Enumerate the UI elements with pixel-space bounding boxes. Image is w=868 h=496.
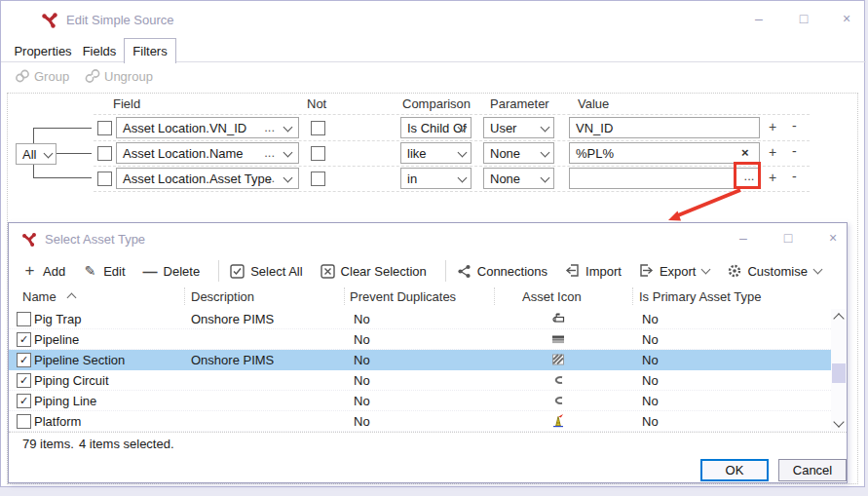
table-row-piping-line[interactable]: ✓ Piping Line No No (9, 391, 831, 411)
row-checkbox[interactable]: ✓ (17, 332, 31, 347)
remove-row-button[interactable]: - (792, 143, 797, 159)
column-header-prevent-duplicates[interactable]: Prevent Duplicates (350, 289, 456, 304)
row-checkbox[interactable]: ✓ (17, 394, 31, 408)
column-header-is-primary-asset-type[interactable]: Is Primary Asset Type (639, 289, 761, 304)
tab-filters[interactable]: Filters (124, 38, 176, 63)
ellipsis-affordance[interactable]: ... (264, 120, 275, 134)
filter-row-checkbox[interactable] (97, 146, 112, 161)
table-row-pig-trap[interactable]: Pig Trap Onshore PIMS No No (9, 309, 831, 329)
group-button[interactable]: Group (15, 68, 69, 86)
scroll-down-icon[interactable] (833, 416, 844, 427)
field-value: Asset Location.Name (123, 146, 244, 161)
cell-is-primary: No (642, 414, 659, 429)
name-header-label: Name (22, 289, 57, 304)
column-header-description[interactable]: Description (191, 289, 254, 304)
unlink-icon (85, 68, 100, 84)
add-row-button[interactable]: + (769, 119, 776, 134)
parameter-value: User (490, 121, 516, 135)
cell-is-primary: No (642, 394, 659, 408)
not-checkbox[interactable] (311, 121, 325, 135)
parameter-value: None (490, 172, 520, 186)
group-tree-line (56, 153, 92, 154)
minimize-icon[interactable]: – (747, 10, 771, 27)
delete-label: Delete (164, 264, 201, 279)
value-picker-ellipsis-button[interactable]: ... (739, 169, 759, 183)
add-row-button[interactable]: + (769, 144, 776, 160)
ellipsis-affordance[interactable]: ... (264, 145, 275, 160)
add-row-button[interactable]: + (769, 170, 776, 185)
clear-selection-button[interactable]: Clear Selection (320, 263, 427, 280)
import-button[interactable]: Import (564, 263, 622, 280)
app-logo-icon (20, 231, 38, 251)
row-checkbox[interactable] (17, 414, 31, 429)
field-value: Asset Location.Asset Type (123, 172, 272, 186)
filter-row-checkbox[interactable] (97, 121, 112, 135)
parameter-dropdown[interactable]: None (483, 142, 554, 164)
ungroup-label: Ungroup (104, 69, 153, 84)
table-row-platform[interactable]: Platform No No (9, 411, 831, 432)
maximize-icon[interactable]: □ (792, 10, 815, 27)
not-checkbox[interactable] (311, 172, 325, 186)
vertical-scrollbar[interactable] (831, 309, 847, 432)
export-button[interactable]: Export (638, 263, 710, 280)
close-icon[interactable]: × (823, 229, 843, 247)
table-row-pipeline-section[interactable]: ✓ Pipeline Section Onshore PIMS No No (9, 350, 831, 370)
remove-row-button[interactable]: - (792, 118, 797, 134)
value-input[interactable] (569, 117, 760, 138)
cell-is-primary: No (642, 332, 659, 347)
piping-line-icon (550, 393, 566, 408)
comparison-dropdown[interactable]: Is Child Of (400, 117, 472, 138)
scrollbar-thumb[interactable] (832, 363, 846, 383)
group-operator-dropdown[interactable]: All (16, 143, 57, 165)
remove-row-button[interactable]: - (792, 169, 797, 184)
cell-name: Piping Circuit (34, 373, 109, 388)
delete-button[interactable]: — Delete (142, 263, 201, 280)
cell-is-primary: No (642, 373, 659, 388)
table-row-piping-circuit[interactable]: ✓ Piping Circuit No No (9, 370, 831, 391)
ellipsis-affordance[interactable]: ... (264, 171, 275, 185)
ok-button[interactable]: OK (700, 459, 769, 481)
column-header-value: Value (578, 96, 609, 111)
export-icon (638, 263, 655, 280)
clear-value-icon[interactable]: × (741, 145, 749, 160)
field-dropdown[interactable]: Asset Location.Asset Type ... (116, 168, 299, 189)
maximize-icon[interactable]: □ (778, 229, 798, 247)
share-icon (456, 263, 472, 280)
cancel-button[interactable]: Cancel (778, 459, 847, 481)
not-checkbox[interactable] (311, 146, 325, 161)
parameter-dropdown[interactable]: None (483, 168, 554, 189)
table-row-pipeline[interactable]: ✓ Pipeline No No (9, 329, 831, 350)
edit-button[interactable]: ✎ Edit (82, 263, 125, 280)
tab-fields[interactable]: Fields (77, 41, 122, 61)
comparison-value: like (407, 146, 427, 161)
customise-button[interactable]: Customise (726, 263, 820, 280)
group-tree-line (33, 177, 92, 178)
ungroup-button[interactable]: Ungroup (85, 68, 153, 86)
comparison-dropdown[interactable]: in (400, 168, 472, 189)
column-header-asset-icon[interactable]: Asset Icon (522, 289, 582, 304)
add-label: Add (43, 264, 65, 279)
filter-row-checkbox[interactable] (97, 172, 112, 186)
field-dropdown[interactable]: Asset Location.Name ... (116, 142, 299, 164)
value-input[interactable] (569, 168, 760, 189)
column-header-name[interactable]: Name (22, 289, 75, 304)
connections-button[interactable]: Connections (456, 263, 547, 280)
export-label: Export (660, 264, 697, 279)
comparison-dropdown[interactable]: like (400, 142, 472, 164)
close-icon[interactable]: × (835, 10, 858, 27)
value-input[interactable] (569, 142, 760, 164)
field-dropdown[interactable]: Asset Location.VN_ID ... (116, 117, 299, 138)
link-icon (15, 68, 30, 84)
select-all-button[interactable]: Select All (229, 263, 302, 280)
pipeline-icon (550, 331, 566, 347)
column-header-parameter: Parameter (490, 96, 549, 111)
minimize-icon[interactable]: – (734, 229, 753, 247)
parameter-dropdown[interactable]: User (483, 117, 554, 138)
scroll-up-icon[interactable] (833, 313, 844, 324)
row-checkbox[interactable] (17, 312, 31, 326)
tab-properties[interactable]: Properties (11, 41, 75, 61)
row-checkbox[interactable]: ✓ (17, 353, 31, 367)
cell-prevent-duplicates: No (354, 373, 370, 388)
row-checkbox[interactable]: ✓ (17, 373, 31, 388)
add-button[interactable]: + Add (21, 263, 65, 280)
